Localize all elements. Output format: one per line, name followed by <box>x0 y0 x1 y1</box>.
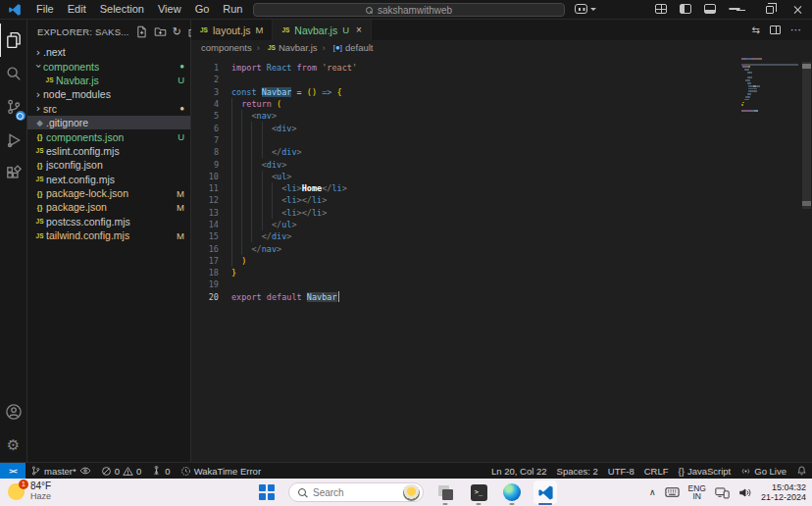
open-changes-icon[interactable]: ⇆ <box>752 25 760 35</box>
taskbar-app-terminal[interactable]: >_ <box>467 481 490 504</box>
tree-item-components-json[interactable]: {}components.jsonU <box>27 129 190 143</box>
tree-item-package-json[interactable]: {}package.jsonM <box>27 200 190 214</box>
breadcrumb-symbol[interactable]: [●]default <box>318 42 374 53</box>
new-file-icon[interactable] <box>135 25 148 38</box>
code-line-13[interactable]: 13<li></li> <box>191 207 357 219</box>
sidebar-item-search[interactable] <box>0 57 27 90</box>
code-line-17[interactable]: 17) <box>191 255 357 267</box>
new-folder-icon[interactable] <box>154 25 167 38</box>
tree-item-components[interactable]: components● <box>27 59 190 73</box>
code-line-16[interactable]: 16</nav> <box>191 242 357 254</box>
code-area[interactable]: 1import React from 'react'23const Navbar… <box>191 54 812 462</box>
cursor-position[interactable]: Ln 20, Col 22 <box>486 463 552 479</box>
code-line-7[interactable]: 7 <box>191 134 357 146</box>
taskbar-search[interactable] <box>288 482 424 502</box>
menu-go[interactable]: Go <box>188 3 217 15</box>
tree-item-navbar-js[interactable]: JSNavbar.jsU <box>27 74 190 87</box>
code-line-9[interactable]: 9<div> <box>191 158 357 170</box>
eol-indicator[interactable]: CRLF <box>639 463 674 479</box>
code-line-5[interactable]: 5<nav> <box>191 110 357 122</box>
sidebar-item-explorer[interactable] <box>0 24 27 57</box>
code-line-4[interactable]: 4return ( <box>191 98 357 110</box>
editor-scrollbar[interactable] <box>800 54 812 462</box>
copilot-button[interactable] <box>575 4 596 14</box>
language-mode[interactable]: {}JavaScript <box>674 463 736 479</box>
minimize-button[interactable] <box>727 0 755 20</box>
code-line-20[interactable]: 20export default Navbar <box>191 291 357 303</box>
code-line-10[interactable]: 10<ul> <box>191 171 357 182</box>
encoding-indicator[interactable]: UTF-8 <box>603 463 639 479</box>
editor-more-actions-icon[interactable]: ⋯ <box>790 24 802 36</box>
explorer-sidebar: EXPLORER: SAKS... ↻ ⋯ .nextcomponents●JS… <box>27 20 191 462</box>
manage-button[interactable]: ⚙ <box>0 429 27 462</box>
code-line-3[interactable]: 3const Navbar = () => { <box>191 86 357 98</box>
code-token: => <box>322 87 331 97</box>
command-center-search[interactable]: sakshamwithweb <box>253 3 565 17</box>
tree-item-next-config-mjs[interactable]: JSnext.config.mjs <box>27 173 190 186</box>
search-input[interactable] <box>313 487 389 498</box>
code-line-14[interactable]: 14</ul> <box>191 219 357 230</box>
tree-item-package-lock-json[interactable]: {}package-lock.jsonM <box>27 186 190 200</box>
customize-layout-icon[interactable] <box>655 4 667 14</box>
code-line-19[interactable]: 19 <box>191 278 357 290</box>
toggle-panel-icon[interactable] <box>704 4 716 14</box>
code-line-1[interactable]: 1import React from 'react' <box>191 62 357 74</box>
branch-indicator[interactable]: master* <box>25 463 96 479</box>
code-line-18[interactable]: 18} <box>191 267 357 278</box>
show-hidden-icons-chevron[interactable]: ∧ <box>649 487 656 497</box>
start-button[interactable] <box>255 481 279 504</box>
tree-item-tailwind-config-mjs[interactable]: JStailwind.config.mjsM <box>27 228 190 242</box>
wakatime-status[interactable]: WakaTime Error <box>176 463 266 479</box>
code-line-2[interactable]: 2 <box>191 74 357 85</box>
ports-indicator[interactable]: 0 <box>146 463 175 479</box>
tree-item--next[interactable]: .next <box>27 45 190 59</box>
code-line-11[interactable]: 11<li>Home</li> <box>191 182 357 194</box>
phone-link-icon[interactable] <box>715 486 730 499</box>
tab-layout-js[interactable]: JS layout.js M <box>191 20 273 40</box>
language-indicator[interactable]: ENGIN <box>688 484 706 501</box>
restore-button[interactable] <box>755 0 784 20</box>
problems-indicator[interactable]: 0 0 <box>96 463 147 479</box>
minimap[interactable] <box>741 58 798 113</box>
breadcrumb-file[interactable]: JSNavbar.js <box>252 42 318 53</box>
notifications-bell[interactable] <box>791 463 812 479</box>
sidebar-item-extensions[interactable] <box>0 157 27 190</box>
taskbar-app-vscode[interactable] <box>533 481 557 504</box>
tab-close-icon[interactable]: × <box>356 25 362 35</box>
speaker-icon[interactable] <box>738 486 752 499</box>
toggle-primary-sidebar-icon[interactable] <box>680 4 691 14</box>
clock-widget[interactable]: 15:04:32 21-12-2024 <box>761 482 806 503</box>
breadcrumb-folder[interactable]: components <box>201 42 252 53</box>
taskbar-app-window-stack[interactable] <box>433 481 457 504</box>
sidebar-item-run-and-debug[interactable] <box>0 124 27 157</box>
code-line-15[interactable]: 15</div> <box>191 230 357 242</box>
close-button[interactable] <box>784 0 812 20</box>
code-line-8[interactable]: 8</div> <box>191 146 357 158</box>
tree-item-jsconfig-json[interactable]: {}jsconfig.json <box>27 158 190 172</box>
weather-widget[interactable]: 1 84°F Haze <box>8 481 51 502</box>
indent-guide <box>272 194 281 206</box>
menu-run[interactable]: Run <box>216 3 249 15</box>
tree-item-eslint-config-mjs[interactable]: JSeslint.config.mjs <box>27 144 190 158</box>
tree-item-node-modules[interactable]: node_modules <box>27 87 190 101</box>
tab-navbar-js[interactable]: JS Navbar.js U × <box>273 20 371 40</box>
remote-indicator[interactable]: >< <box>0 463 25 479</box>
sidebar-item-source-control[interactable] <box>0 90 27 124</box>
touch-keyboard-icon[interactable] <box>665 486 680 498</box>
refresh-icon[interactable]: ↻ <box>173 25 181 38</box>
menu-view[interactable]: View <box>151 3 188 15</box>
menu-file[interactable]: File <box>29 3 61 15</box>
indentation-indicator[interactable]: Spaces: 2 <box>552 463 603 479</box>
go-live-button[interactable]: Go Live <box>736 463 791 479</box>
line-number: 20 <box>191 292 219 302</box>
accounts-button[interactable] <box>0 395 27 429</box>
tree-item--gitignore[interactable]: ◆.gitignore <box>27 116 190 129</box>
tree-item-postcss-config-mjs[interactable]: JSpostcss.config.mjs <box>27 215 190 228</box>
code-line-6[interactable]: 6<div> <box>191 122 357 133</box>
code-line-12[interactable]: 12<li></li> <box>191 194 357 206</box>
menu-edit[interactable]: Edit <box>61 3 93 15</box>
menu-selection[interactable]: Selection <box>93 3 151 15</box>
tree-item-src[interactable]: src● <box>27 102 190 116</box>
split-editor-icon[interactable] <box>770 25 781 34</box>
taskbar-app-edge[interactable] <box>500 481 524 504</box>
